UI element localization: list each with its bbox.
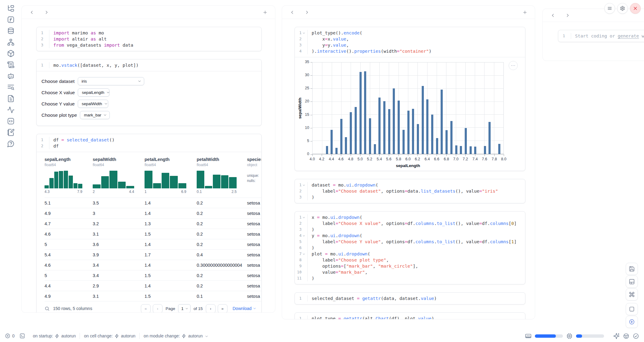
ai-sparkles-icon[interactable] xyxy=(613,333,620,339)
on-module-change-chip[interactable]: on module change: autorun xyxy=(144,333,209,338)
scratchpad-button[interactable] xyxy=(626,303,638,315)
dropdown-select[interactable]: mark_bar xyxy=(80,111,110,119)
fold-caret-icon[interactable] xyxy=(302,253,305,255)
chart-bar xyxy=(340,119,342,154)
table-row[interactable]: 4.93.11.50.1setosa xyxy=(45,291,261,301)
sidebar-function-button[interactable] xyxy=(5,16,16,23)
column-scroll-right-button[interactable] xyxy=(43,9,50,16)
save-button[interactable] xyxy=(626,263,638,275)
chart-actions-menu-button[interactable]: ⋯ xyxy=(509,61,518,70)
sidebar-scroll-button[interactable] xyxy=(5,61,16,69)
sidebar-code-cell-button[interactable] xyxy=(5,117,16,125)
on-startup-chip[interactable]: on startup: autorun xyxy=(33,333,76,338)
chart-plot-area[interactable] xyxy=(312,62,504,154)
sidebar-bot-button[interactable] xyxy=(5,72,16,80)
table-column-header[interactable]: petalLengthfloat6416.9 xyxy=(145,156,197,194)
histogram-bar xyxy=(170,176,178,188)
download-button[interactable]: Download xyxy=(233,306,256,311)
code-line: 2 x=x.value, xyxy=(295,36,525,42)
memory-icon xyxy=(525,333,531,339)
code-editor[interactable]: 1x = mo.ui.dropdown(2 label="Choose X va… xyxy=(295,212,525,284)
table-row[interactable]: 53.41.50.2setosa xyxy=(45,270,261,280)
column-scroll-right-button[interactable] xyxy=(303,9,310,16)
table-cell: 3.9 xyxy=(93,252,145,257)
table-cell: 4.9 xyxy=(45,294,93,299)
keyboard-shortcuts-button[interactable] xyxy=(626,288,638,301)
x-tick-label: 6.2 xyxy=(412,157,423,161)
code-editor[interactable]: 1plot_type = getattr(alt.Chart(df), plot… xyxy=(295,313,525,319)
page-select[interactable]: 1 xyxy=(178,304,190,313)
sidebar-list-search-button[interactable] xyxy=(5,83,16,91)
next-page-button[interactable]: › xyxy=(206,304,216,313)
zap-icon xyxy=(115,334,119,338)
table-row[interactable]: 5.13.51.40.2setosa xyxy=(45,198,261,208)
run-all-button[interactable] xyxy=(626,316,638,328)
panel-layout-button[interactable] xyxy=(626,276,638,288)
line-number: 4 xyxy=(295,48,308,54)
column-scroll-left-button[interactable] xyxy=(28,9,35,16)
chart-bar xyxy=(369,118,371,154)
sidebar-notebook-pen-button[interactable] xyxy=(5,128,16,136)
error-count-badge[interactable]: 0 xyxy=(5,333,15,339)
first-page-button[interactable]: « xyxy=(141,304,151,313)
code-text: df = selected_dataset() xyxy=(49,137,115,143)
x-tick-label: 4.2 xyxy=(316,157,327,161)
terminal-button[interactable] xyxy=(20,333,25,339)
histogram-bar xyxy=(54,172,59,188)
column-right-topbar xyxy=(543,9,644,22)
table-cell: 1.4 xyxy=(145,283,197,288)
shutdown-button[interactable] xyxy=(630,3,641,14)
kernel-icon[interactable] xyxy=(623,333,629,339)
dropdown-select[interactable]: sepalWidth xyxy=(78,100,108,108)
table-row[interactable]: 53.61.40.2setosa xyxy=(45,239,261,249)
code-editor[interactable]: 1dataset = mo.ui.dropdown(2 label="Choos… xyxy=(295,179,525,203)
code-editor[interactable]: 1plot_type().encode(2 x=x.value,3 y=y.va… xyxy=(295,27,525,57)
dropdown-select[interactable]: iris xyxy=(78,77,144,85)
on-cell-change-chip[interactable]: on cell change: autorun xyxy=(84,333,135,338)
table-row[interactable]: 4.63.11.50.2setosa xyxy=(45,229,261,239)
sidebar-activity-button[interactable] xyxy=(5,106,16,114)
column-scroll-right-button[interactable] xyxy=(564,12,571,19)
table-column-header[interactable]: sepalLengthfloat644.37.9 xyxy=(45,156,93,194)
table-column-header[interactable]: sepalWidthfloat6424.4 xyxy=(93,156,145,194)
add-cell-button[interactable] xyxy=(262,9,268,16)
table-row[interactable]: 4.931.40.2setosa xyxy=(45,208,261,218)
table-column-header[interactable]: petalWidthfloat640.12.5 xyxy=(197,156,247,194)
fold-caret-icon[interactable] xyxy=(302,32,305,34)
code-line: 2import altair as alt xyxy=(37,36,261,42)
chevron-left-icon xyxy=(30,10,34,15)
code-editor[interactable]: 1selected_dataset = getattr(data, datase… xyxy=(295,293,525,304)
last-page-button[interactable]: » xyxy=(218,304,227,313)
sidebar-help-button[interactable] xyxy=(5,140,16,148)
search-icon[interactable] xyxy=(45,306,50,311)
dropdown-select[interactable]: sepalLength xyxy=(78,88,109,97)
table-row[interactable]: 5.43.91.70.4setosa xyxy=(45,249,261,260)
settings-button[interactable] xyxy=(617,3,628,14)
chevron-right-icon xyxy=(305,10,309,15)
table-cell: 1.4 xyxy=(145,263,197,268)
sidebar-file-tree-button[interactable] xyxy=(5,4,16,12)
chart-bar xyxy=(431,115,433,154)
code-editor[interactable]: 1import marimo as mo2import altair as al… xyxy=(37,27,261,51)
sidebar-package-button[interactable] xyxy=(5,49,16,57)
sidebar-document-button[interactable] xyxy=(5,94,16,102)
table-column-header[interactable]: speciesobjectunique:nulls: xyxy=(247,156,262,194)
code-editor[interactable]: 1Start coding or generate with AI xyxy=(558,30,644,42)
fold-caret-icon[interactable] xyxy=(302,234,305,237)
table-row[interactable]: 4.42.91.40.2setosa xyxy=(45,280,261,291)
fold-caret-icon[interactable] xyxy=(302,184,305,187)
add-cell-button[interactable] xyxy=(521,9,528,16)
notebook-menu-button[interactable] xyxy=(604,3,615,14)
prev-page-button[interactable]: ‹ xyxy=(153,304,163,313)
table-row[interactable]: 4.63.41.40.30000000000000004setosa xyxy=(45,260,261,270)
sidebar-sitemap-button[interactable] xyxy=(5,38,16,46)
connection-check-icon[interactable] xyxy=(633,333,639,339)
fold-caret-icon[interactable] xyxy=(302,216,305,219)
column-scroll-left-button[interactable] xyxy=(289,9,295,16)
table-row[interactable]: 4.73.21.30.2setosa xyxy=(45,218,261,229)
column-scroll-left-button[interactable] xyxy=(549,12,556,19)
code-editor[interactable]: 1mo.vstack([dataset, x, y, plot]) xyxy=(37,59,261,71)
table-cell: 0.4 xyxy=(197,252,247,257)
code-editor[interactable]: 1df = selected_dataset()2df xyxy=(37,134,261,152)
sidebar-database-button[interactable] xyxy=(5,27,16,35)
